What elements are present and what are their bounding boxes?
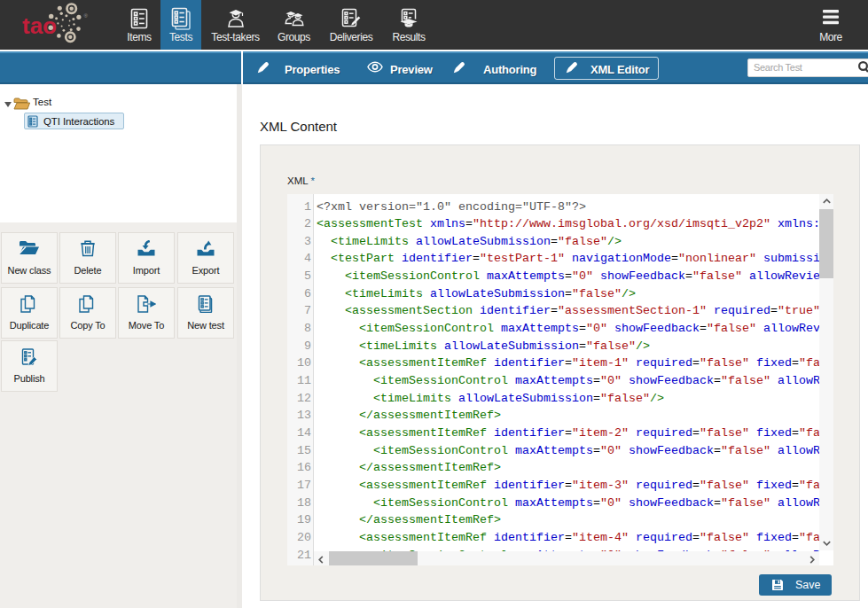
svg-text:®: ®: [84, 13, 89, 19]
